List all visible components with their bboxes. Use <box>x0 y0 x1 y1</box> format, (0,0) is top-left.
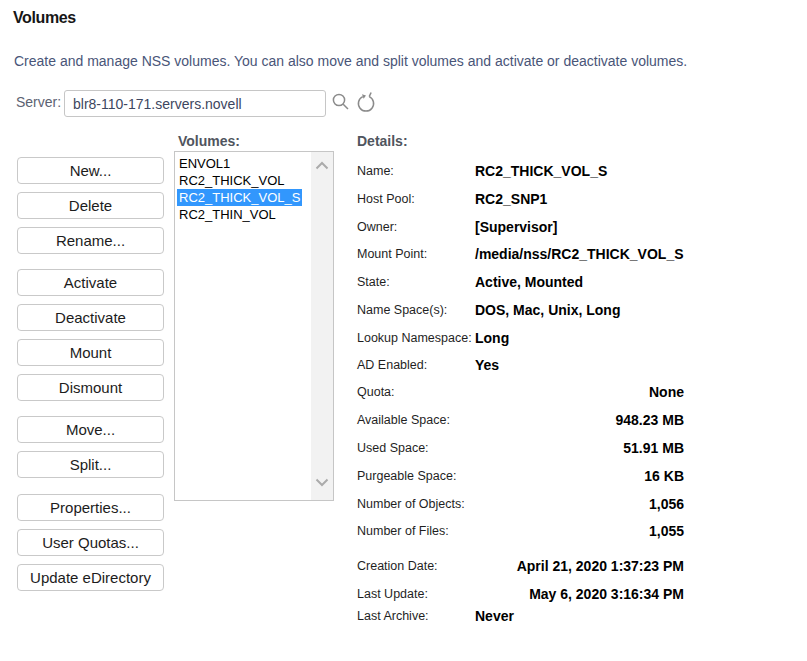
rename-button[interactable]: Rename... <box>17 227 164 254</box>
detail-value: Never <box>475 608 514 624</box>
detail-value: May 6, 2020 3:16:34 PM <box>475 586 684 602</box>
detail-value: Long <box>475 330 509 346</box>
user-quotas-button[interactable]: User Quotas... <box>17 529 164 556</box>
detail-value: None <box>475 384 684 400</box>
detail-label: Name Space(s): <box>357 303 447 317</box>
update-edirectory-button[interactable]: Update eDirectory <box>17 564 164 591</box>
detail-label: Used Space: <box>357 441 429 455</box>
detail-label: Creation Date: <box>357 559 438 573</box>
detail-value: Active, Mounted <box>475 274 583 290</box>
detail-value: DOS, Mac, Unix, Long <box>475 302 620 318</box>
dismount-button[interactable]: Dismount <box>17 374 164 401</box>
detail-label: Host Pool: <box>357 192 415 206</box>
page-description: Create and manage NSS volumes. You can a… <box>14 53 687 69</box>
list-item[interactable]: RC2_THICK_VOL <box>177 172 286 189</box>
volumes-listbox[interactable]: ENVOL1 RC2_THICK_VOL RC2_THICK_VOL_S RC2… <box>174 151 334 501</box>
volumes-list-items: ENVOL1 RC2_THICK_VOL RC2_THICK_VOL_S RC2… <box>175 152 333 223</box>
detail-label: Name: <box>357 164 394 178</box>
history-icon <box>355 90 378 116</box>
detail-value: 1,055 <box>475 523 684 539</box>
list-item[interactable]: RC2_THIN_VOL <box>177 206 278 223</box>
detail-label: State: <box>357 275 390 289</box>
detail-value: RC2_THICK_VOL_S <box>475 163 607 179</box>
new-button[interactable]: New... <box>17 157 164 184</box>
detail-value: April 21, 2020 1:37:23 PM <box>475 558 684 574</box>
detail-value: 1,056 <box>475 496 684 512</box>
split-button[interactable]: Split... <box>17 451 164 478</box>
detail-label: Available Space: <box>357 413 450 427</box>
chevron-up-icon[interactable] <box>315 161 329 170</box>
detail-label: Last Update: <box>357 587 428 601</box>
detail-label: Mount Point: <box>357 247 427 261</box>
detail-label: Last Archive: <box>357 609 429 623</box>
move-button[interactable]: Move... <box>17 416 164 443</box>
details-header: Details: <box>357 133 408 149</box>
detail-value: 948.23 MB <box>475 412 684 428</box>
listbox-scrollbar[interactable] <box>311 152 333 500</box>
detail-label: Number of Objects: <box>357 497 465 511</box>
activate-button[interactable]: Activate <box>17 269 164 296</box>
server-label: Server: <box>16 94 61 110</box>
list-item-selected[interactable]: RC2_THICK_VOL_S <box>177 189 302 206</box>
mount-button[interactable]: Mount <box>17 339 164 366</box>
detail-label: Number of Files: <box>357 524 449 538</box>
properties-button[interactable]: Properties... <box>17 494 164 521</box>
detail-value: [Supervisor] <box>475 219 557 235</box>
search-icon <box>330 91 352 113</box>
detail-label: Quota: <box>357 385 395 399</box>
chevron-down-icon[interactable] <box>315 478 329 487</box>
detail-value: RC2_SNP1 <box>475 191 547 207</box>
page-title: Volumes <box>13 9 76 27</box>
detail-value: Yes <box>475 357 499 373</box>
detail-value: /media/nss/RC2_THICK_VOL_S <box>475 246 684 262</box>
volumes-list-header: Volumes: <box>178 133 240 149</box>
detail-value: 51.91 MB <box>475 440 684 456</box>
server-input[interactable] <box>64 90 326 117</box>
deactivate-button[interactable]: Deactivate <box>17 304 164 331</box>
detail-value: 16 KB <box>475 468 684 484</box>
detail-label: Purgeable Space: <box>357 469 456 483</box>
detail-label: AD Enabled: <box>357 358 427 372</box>
detail-label: Owner: <box>357 220 397 234</box>
delete-button[interactable]: Delete <box>17 192 164 219</box>
search-button[interactable] <box>329 91 353 115</box>
list-item[interactable]: ENVOL1 <box>177 155 232 172</box>
detail-label: Lookup Namespace: <box>357 331 472 345</box>
history-button[interactable] <box>355 90 378 116</box>
